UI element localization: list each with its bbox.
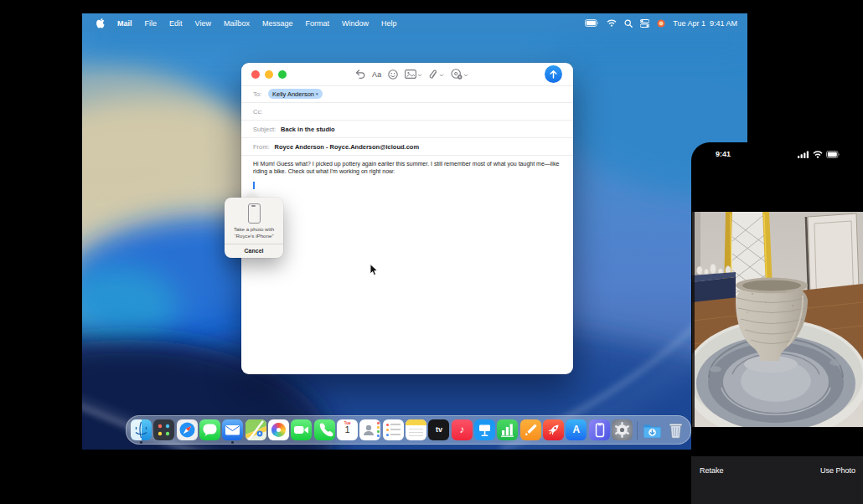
text-caret — [253, 182, 255, 189]
paperclip-icon — [429, 69, 438, 80]
music-note-icon: ♪ — [459, 424, 464, 435]
wifi-icon[interactable] — [607, 19, 617, 27]
dock-launchpad-icon[interactable] — [153, 418, 174, 443]
dock-downloads-icon[interactable] — [642, 418, 663, 443]
iphone-status-bar: 9:41 — [691, 142, 863, 166]
chevron-down-icon — [439, 74, 444, 77]
dock-numbers-icon[interactable] — [497, 418, 518, 443]
undo-icon[interactable] — [355, 69, 365, 79]
dock-rocket-icon[interactable] — [543, 418, 564, 443]
photo-browser-button[interactable] — [405, 69, 422, 79]
menu-item-window[interactable]: Window — [342, 19, 369, 28]
message-body[interactable]: Hi Mom! Guess what? I picked up pottery … — [253, 160, 565, 175]
dock-finder-icon[interactable] — [131, 418, 152, 443]
calendar-day: 1 — [337, 424, 358, 435]
dock-photos-icon[interactable] — [268, 418, 289, 443]
menu-item-file[interactable]: File — [145, 19, 158, 28]
menu-item-mail[interactable]: Mail — [117, 19, 132, 28]
chevron-down-icon — [417, 74, 422, 77]
dock-iphone-mirroring-icon[interactable] — [589, 418, 610, 443]
dock-calendar-icon[interactable]: Tue 1 — [337, 418, 358, 443]
menu-item-edit[interactable]: Edit — [169, 19, 183, 28]
wifi-icon — [813, 151, 823, 158]
cellular-signal-icon — [798, 151, 809, 158]
emoji-icon[interactable] — [388, 69, 398, 80]
from-field[interactable]: From: Royce Anderson - Royce.Anderson@ic… — [241, 138, 573, 156]
cc-field[interactable]: Cc: — [241, 103, 573, 121]
dock: Tue 1 — [126, 415, 691, 445]
insert-from-iphone-button[interactable] — [451, 69, 468, 80]
retake-button[interactable]: Retake — [700, 466, 724, 475]
recipient-chevron-icon: ▾ — [316, 91, 318, 96]
popover-title-line1: Take a photo with — [225, 226, 283, 233]
dock-divider — [637, 421, 638, 440]
dock-messages-icon[interactable] — [199, 418, 220, 443]
subject-label: Subject: — [253, 126, 276, 133]
cancel-button[interactable]: Cancel — [225, 244, 283, 258]
format-icon[interactable]: Aa — [372, 70, 381, 79]
use-photo-button[interactable]: Use Photo — [820, 466, 855, 475]
to-label: To: — [253, 90, 263, 98]
dock-music-icon[interactable]: ♪ — [452, 418, 473, 443]
menu-item-help[interactable]: Help — [381, 19, 397, 28]
apple-menu-icon[interactable] — [96, 18, 105, 28]
from-value: Royce Anderson - Royce.Anderson@icloud.c… — [275, 143, 419, 151]
iphone-camera-screen: 9:41 — [691, 142, 863, 504]
dock-system-settings-icon[interactable] — [612, 418, 633, 443]
dock-app-store-icon[interactable]: A — [566, 418, 587, 443]
iphone-icon — [248, 203, 261, 224]
menu-item-mailbox[interactable]: Mailbox — [224, 19, 250, 28]
cc-label: Cc: — [253, 108, 263, 116]
send-arrow-icon — [550, 70, 557, 79]
chevron-down-icon — [463, 74, 468, 77]
dock-contacts-icon[interactable] — [359, 418, 380, 443]
color-profile-icon[interactable] — [657, 19, 665, 28]
menu-item-message[interactable]: Message — [262, 19, 293, 28]
battery-icon[interactable] — [585, 19, 599, 27]
photo-browser-icon — [405, 69, 416, 79]
iphone-action-bar: Retake Use Photo — [691, 456, 863, 504]
insert-from-iphone-icon — [451, 69, 463, 80]
to-field[interactable]: To: Kelly Anderson ▾ — [241, 85, 573, 103]
dock-phone-icon[interactable] — [314, 418, 335, 443]
dock-mail-icon[interactable] — [222, 418, 243, 443]
send-button[interactable] — [545, 65, 562, 83]
compose-toolbar: Aa — [241, 63, 573, 86]
dock-notes-icon[interactable] — [406, 418, 426, 443]
dock-trash-icon[interactable] — [665, 418, 686, 443]
minimize-button[interactable] — [265, 70, 273, 79]
dock-facetime-icon[interactable] — [291, 418, 312, 443]
subject-field[interactable]: Subject: Back in the studio — [241, 121, 573, 138]
tv-logo: tv — [436, 425, 442, 434]
mac-desktop: Mail File Edit View Mailbox Message Form… — [82, 13, 747, 450]
attach-file-button[interactable] — [429, 69, 444, 80]
mouse-pointer — [369, 264, 379, 276]
dock-tv-icon[interactable]: tv — [428, 418, 449, 443]
zoom-button[interactable] — [278, 70, 287, 79]
app-store-logo: A — [573, 424, 581, 435]
search-icon[interactable] — [624, 19, 633, 28]
popover-title-line2: “Royce’s iPhone” — [225, 233, 283, 239]
mail-compose-window: Aa — [241, 63, 573, 374]
dock-reminders-icon[interactable] — [383, 418, 404, 443]
menu-clock[interactable]: Tue Apr 19:41 AM — [673, 19, 737, 28]
dock-pages-icon[interactable] — [520, 418, 541, 443]
captured-photo-pottery — [692, 212, 863, 427]
control-center-icon[interactable] — [640, 19, 649, 28]
close-button[interactable] — [251, 70, 260, 79]
iphone-clock: 9:41 — [716, 150, 731, 158]
dock-maps-icon[interactable] — [245, 418, 266, 443]
dock-safari-icon[interactable] — [177, 418, 198, 443]
menu-item-view[interactable]: View — [195, 19, 211, 28]
from-label: From: — [253, 143, 270, 151]
recipient-token[interactable]: Kelly Anderson ▾ — [268, 89, 323, 99]
dock-keynote-icon[interactable] — [474, 418, 495, 443]
menu-item-format[interactable]: Format — [305, 19, 329, 28]
subject-value: Back in the studio — [281, 126, 335, 133]
menu-bar: Mail File Edit View Mailbox Message Form… — [82, 13, 747, 33]
battery-icon — [826, 151, 840, 158]
